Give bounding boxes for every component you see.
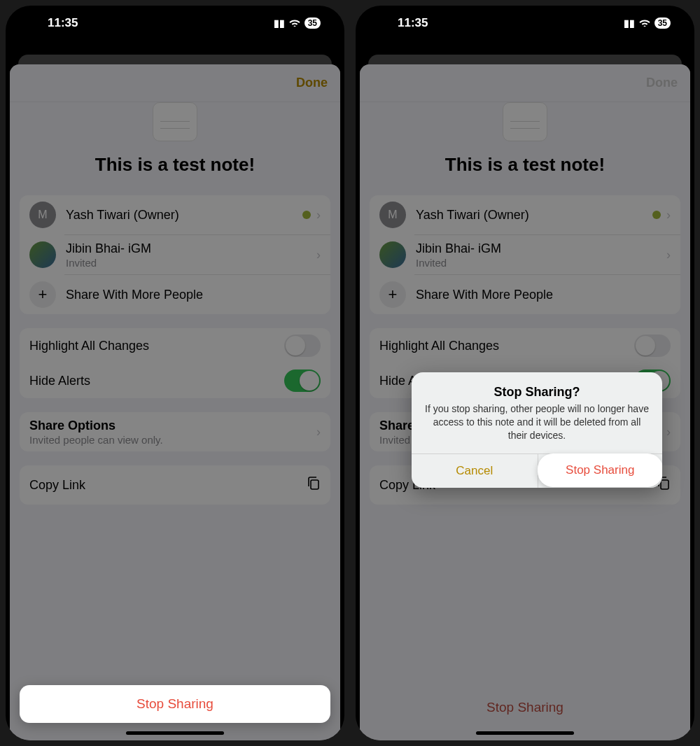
home-indicator — [126, 731, 224, 735]
owner-name: Yash Tiwari (Owner) — [66, 208, 302, 223]
share-more-label: Share With More People — [416, 288, 671, 302]
plus-icon: + — [379, 281, 406, 308]
clock: 11:35 — [398, 16, 428, 30]
alert-title: Stop Sharing? — [424, 385, 650, 400]
copy-link-label: Copy Link — [29, 478, 307, 493]
stop-sharing-button[interactable]: Stop Sharing — [20, 685, 330, 723]
sheet-nav: Done — [360, 64, 690, 102]
highlight-changes-row: Highlight All Changes — [370, 328, 680, 363]
stop-sharing-label: Stop Sharing — [486, 700, 564, 715]
phone-right: 11:35 ▮▮ 35 Done This is a test note! M … — [356, 6, 694, 740]
hide-alerts-toggle[interactable] — [284, 370, 321, 392]
share-options-row[interactable]: Share Options Invited people can view on… — [20, 412, 330, 451]
hide-alerts-label: Hide Alerts — [29, 374, 284, 388]
copy-link-group: Copy Link — [20, 465, 330, 505]
presence-dot-icon — [652, 211, 661, 219]
battery-icon: 35 — [654, 17, 671, 29]
share-more-label: Share With More People — [66, 288, 321, 302]
owner-name: Yash Tiwari (Owner) — [416, 208, 652, 223]
share-sheet: Done This is a test note! M Yash Tiwari … — [360, 64, 690, 740]
status-bar: 11:35 ▮▮ 35 — [356, 6, 694, 41]
alert-confirm-button[interactable]: Stop Sharing — [538, 453, 663, 487]
people-group: M Yash Tiwari (Owner) › Jibin Bhai- iGM … — [370, 195, 680, 314]
stop-sharing-button[interactable]: Stop Sharing — [370, 689, 680, 726]
presence-dot-icon — [302, 211, 311, 219]
battery-icon: 35 — [304, 17, 321, 29]
note-icon — [503, 102, 547, 141]
svg-rect-1 — [661, 480, 668, 489]
share-options-group: Share Options Invited people can view on… — [20, 412, 330, 451]
plus-icon: + — [29, 281, 56, 308]
alert-confirm-label: Stop Sharing — [566, 463, 634, 477]
invitee-status: Invited — [416, 257, 666, 269]
svg-rect-0 — [311, 480, 318, 489]
highlight-label: Highlight All Changes — [379, 339, 634, 353]
share-options-title: Share Options — [29, 418, 316, 433]
clock: 11:35 — [48, 16, 78, 30]
chevron-right-icon: › — [316, 248, 321, 262]
done-button[interactable]: Done — [646, 76, 678, 90]
owner-row[interactable]: M Yash Tiwari (Owner) › — [20, 195, 330, 234]
owner-row[interactable]: M Yash Tiwari (Owner) › — [370, 195, 680, 234]
avatar: M — [29, 202, 56, 228]
alert-cancel-label: Cancel — [456, 464, 493, 478]
sheet-nav: Done — [10, 64, 340, 102]
status-bar: 11:35 ▮▮ 35 — [6, 6, 344, 41]
note-icon — [153, 102, 197, 141]
chevron-right-icon: › — [316, 425, 321, 439]
highlight-changes-row: Highlight All Changes — [20, 328, 330, 363]
note-title: This is a test note! — [445, 154, 605, 176]
share-more-row[interactable]: + Share With More People — [370, 275, 680, 314]
copy-icon — [307, 476, 321, 495]
share-sheet: Done This is a test note! M Yash Tiwari … — [10, 64, 340, 740]
invitee-name: Jibin Bhai- iGM — [416, 241, 666, 256]
invitee-name: Jibin Bhai- iGM — [66, 241, 316, 256]
avatar — [29, 241, 56, 268]
alert-cancel-button[interactable]: Cancel — [412, 454, 538, 488]
wifi-icon — [639, 17, 650, 29]
cell-signal-icon: ▮▮ — [624, 17, 635, 29]
hide-alerts-row: Hide Alerts — [20, 363, 330, 398]
highlight-label: Highlight All Changes — [29, 339, 284, 353]
note-title: This is a test note! — [95, 154, 255, 176]
invitee-status: Invited — [66, 257, 316, 269]
alert-message: If you stop sharing, other people will n… — [424, 402, 650, 442]
avatar — [379, 241, 406, 268]
home-indicator — [476, 731, 574, 735]
stop-sharing-label: Stop Sharing — [136, 696, 214, 712]
share-options-subtitle: Invited people can view only. — [29, 434, 316, 446]
chevron-right-icon: › — [316, 208, 321, 223]
people-group: M Yash Tiwari (Owner) › Jibin Bhai- iGM … — [20, 195, 330, 314]
share-more-row[interactable]: + Share With More People — [20, 275, 330, 314]
wifi-icon — [289, 17, 300, 29]
done-button[interactable]: Done — [296, 76, 328, 90]
chevron-right-icon: › — [666, 248, 671, 262]
cell-signal-icon: ▮▮ — [274, 17, 285, 29]
copy-link-row[interactable]: Copy Link — [20, 465, 330, 505]
stop-sharing-alert: Stop Sharing? If you stop sharing, other… — [412, 372, 662, 488]
invitee-row[interactable]: Jibin Bhai- iGM Invited › — [20, 235, 330, 274]
chevron-right-icon: › — [666, 208, 671, 223]
chevron-right-icon: › — [666, 425, 671, 439]
highlight-toggle[interactable] — [634, 335, 671, 357]
avatar: M — [379, 202, 406, 228]
invitee-row[interactable]: Jibin Bhai- iGM Invited › — [370, 235, 680, 274]
phone-left: 11:35 ▮▮ 35 Done This is a test note! M … — [6, 6, 344, 740]
settings-group: Highlight All Changes Hide Alerts — [20, 328, 330, 398]
highlight-toggle[interactable] — [284, 335, 321, 357]
